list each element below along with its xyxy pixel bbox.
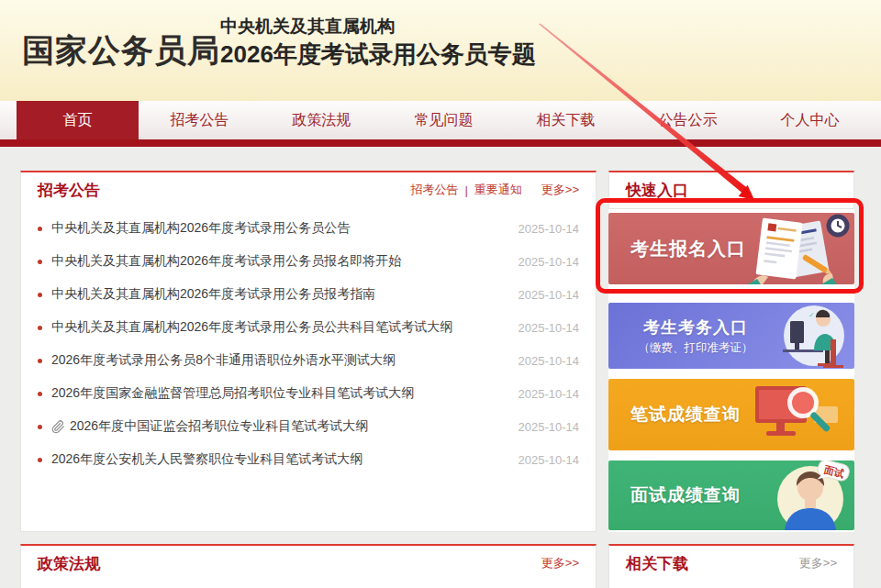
button-label-group: 考生考务入口 （缴费、打印准考证） bbox=[614, 316, 777, 356]
notice-date: 2025-10-14 bbox=[519, 453, 580, 467]
notice-date: 2025-10-14 bbox=[519, 420, 580, 434]
notice-link[interactable]: 中央机关及其直属机构2026年度考试录用公务员报名即将开始 bbox=[51, 253, 519, 270]
notice-date: 2025-10-14 bbox=[519, 387, 580, 401]
list-item[interactable]: 中央机关及其直属机构2026年度考试录用公务员报名即将开始 2025-10-14 bbox=[21, 245, 596, 278]
policy-title: 政策法规 bbox=[38, 553, 100, 574]
notice-link[interactable]: 中央机关及其直属机构2026年度考试录用公务员报考指南 bbox=[51, 286, 519, 303]
tab-downloads[interactable]: 相关下载 bbox=[505, 101, 627, 139]
downloads-panel: 相关下载 更多>> bbox=[608, 544, 854, 588]
candidate-registration-entry-button[interactable]: 考生报名入口 bbox=[608, 213, 854, 284]
quick-entry-title: 快速入口 bbox=[626, 180, 688, 201]
monitor-magnifier-illustration bbox=[746, 379, 854, 450]
site-header: 国家公务员局 中央机关及其直属机构 2026年度考试录用公务员专题 bbox=[0, 0, 881, 101]
notice-link[interactable]: 2026年度国家金融监督管理总局招考职位专业科目笔试考试大纲 bbox=[51, 385, 519, 402]
list-item[interactable]: 中央机关及其直属机构2026年度考试录用公务员公共科目笔试考试大纲 2025-1… bbox=[21, 311, 596, 344]
button-label: 笔试成绩查询 bbox=[630, 403, 741, 427]
attachment-icon bbox=[51, 420, 65, 434]
main-nav: 首页 招考公告 政策法规 常见问题 相关下载 公告公示 个人中心 bbox=[0, 101, 881, 139]
tab-faq[interactable]: 常见问题 bbox=[383, 101, 505, 139]
site-subtitle: 中央机关及其直属机构 2026年度考试录用公务员专题 bbox=[220, 15, 536, 70]
written-exam-score-query-button[interactable]: 笔试成绩查询 bbox=[608, 379, 854, 450]
notice-date: 2025-10-14 bbox=[519, 288, 580, 302]
downloads-more-link[interactable]: 更多>> bbox=[799, 555, 837, 571]
bullet-icon bbox=[38, 293, 42, 297]
filter-announcements-link[interactable]: 招考公告 bbox=[410, 182, 458, 198]
bullet-icon bbox=[38, 326, 42, 330]
list-item[interactable]: 2026年度公安机关人民警察职位专业科目笔试考试大纲 2025-10-14 bbox=[21, 443, 596, 476]
list-item[interactable]: 2026年度国家金融监督管理总局招考职位专业科目笔试考试大纲 2025-10-1… bbox=[21, 377, 596, 410]
announcements-panel: 招考公告 招考公告 | 重要通知 更多>> 中央机关及其直属机构2026年度考试… bbox=[20, 171, 597, 532]
page: 国家公务员局 中央机关及其直属机构 2026年度考试录用公务员专题 首页 招考公… bbox=[0, 0, 881, 588]
tab-policies[interactable]: 政策法规 bbox=[261, 101, 383, 139]
site-logo: 国家公务员局 bbox=[22, 29, 220, 72]
notice-link[interactable]: 2026年度公安机关人民警察职位专业科目笔试考试大纲 bbox=[51, 451, 519, 468]
button-label: 考生报名入口 bbox=[630, 237, 746, 261]
candidate-exam-services-entry-button[interactable]: 考生考务入口 （缴费、打印准考证） ✓ A bbox=[608, 303, 854, 369]
announcements-filters: 招考公告 | 重要通知 更多>> bbox=[410, 182, 579, 198]
registration-docs-illustration bbox=[735, 213, 854, 284]
policy-more-link[interactable]: 更多>> bbox=[541, 555, 579, 571]
policy-panel: 政策法规 更多>> bbox=[20, 544, 597, 588]
notice-date: 2025-10-14 bbox=[519, 255, 580, 269]
tab-public-notices[interactable]: 公告公示 bbox=[627, 101, 749, 139]
bullet-icon bbox=[38, 227, 42, 231]
announcements-more-link[interactable]: 更多>> bbox=[541, 182, 579, 198]
notice-date: 2025-10-14 bbox=[519, 354, 580, 368]
notice-date: 2025-10-14 bbox=[519, 321, 580, 335]
notice-link[interactable]: 中央机关及其直属机构2026年度考试录用公务员公告 bbox=[51, 220, 519, 237]
nav-accent-bar bbox=[0, 139, 881, 147]
subtitle-topic: 2026年度考试录用公务员专题 bbox=[220, 39, 536, 70]
list-item[interactable]: 中央机关及其直属机构2026年度考试录用公务员报考指南 2025-10-14 bbox=[21, 278, 596, 311]
announcements-title: 招考公告 bbox=[38, 180, 100, 201]
button-label: 面试成绩查询 bbox=[630, 483, 741, 507]
notice-date: 2025-10-14 bbox=[519, 222, 580, 236]
notice-link[interactable]: 2026年度中国证监会招考职位专业科目笔试考试大纲 bbox=[70, 418, 519, 435]
bullet-icon bbox=[38, 458, 42, 462]
list-item[interactable]: 中央机关及其直属机构2026年度考试录用公务员公告 2025-10-14 bbox=[21, 212, 596, 245]
announcements-panel-header: 招考公告 招考公告 | 重要通知 更多>> bbox=[21, 172, 596, 207]
notice-link[interactable]: 中央机关及其直属机构2026年度考试录用公务员公共科目笔试考试大纲 bbox=[51, 319, 519, 336]
bullet-icon bbox=[38, 392, 42, 396]
filter-important-link[interactable]: 重要通知 bbox=[474, 182, 522, 198]
downloads-title: 相关下载 bbox=[626, 553, 688, 574]
notice-link[interactable]: 2026年度考试录用公务员8个非通用语职位外语水平测试大纲 bbox=[51, 352, 519, 369]
tab-announcements[interactable]: 招考公告 bbox=[139, 101, 261, 139]
bullet-icon bbox=[38, 260, 42, 264]
person-at-computer-illustration: ✓ A bbox=[770, 303, 854, 369]
button-label: 考生考务入口 bbox=[614, 316, 777, 338]
interviewer-avatar-illustration: 面试 bbox=[763, 460, 854, 530]
tab-home[interactable]: 首页 bbox=[17, 101, 139, 139]
filter-separator: | bbox=[464, 183, 467, 197]
subtitle-org: 中央机关及其直属机构 bbox=[220, 15, 536, 39]
list-item[interactable]: 2026年度中国证监会招考职位专业科目笔试考试大纲 2025-10-14 bbox=[21, 410, 596, 443]
tab-personal-center[interactable]: 个人中心 bbox=[749, 101, 871, 139]
bullet-icon bbox=[38, 425, 42, 429]
quick-entry-panel: 快速入口 bbox=[608, 171, 854, 209]
bullet-icon bbox=[38, 359, 42, 363]
button-sublabel: （缴费、打印准考证） bbox=[614, 340, 777, 356]
list-item[interactable]: 2026年度考试录用公务员8个非通用语职位外语水平测试大纲 2025-10-14 bbox=[21, 344, 596, 377]
announcements-list: 中央机关及其直属机构2026年度考试录用公务员公告 2025-10-14 中央机… bbox=[21, 207, 596, 476]
interview-score-query-button[interactable]: 面试成绩查询 面试 bbox=[608, 460, 854, 530]
